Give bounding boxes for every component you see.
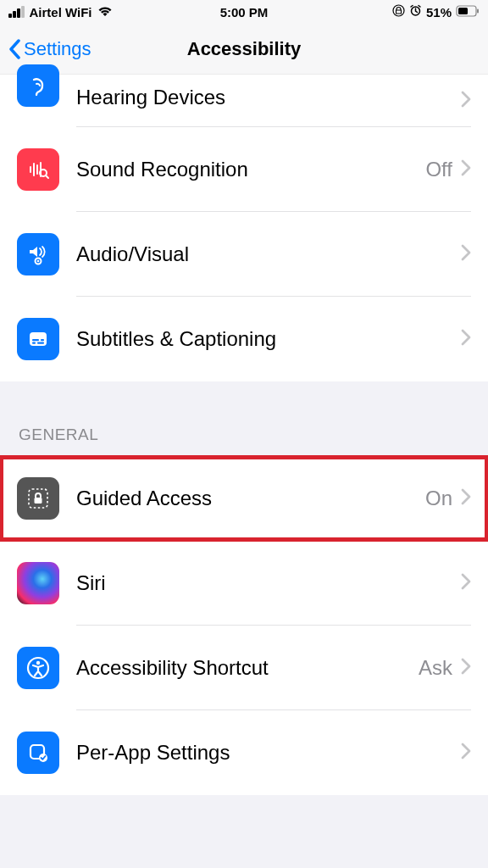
settings-list: Hearing Devices Sound Recognition Off xyxy=(0,75,488,812)
row-sound-recognition[interactable]: Sound Recognition Off xyxy=(0,127,488,212)
row-label: Accessibility Shortcut xyxy=(76,656,419,680)
section-header-general: GENERAL xyxy=(0,381,488,456)
svg-rect-15 xyxy=(41,339,44,341)
nav-bar: Settings Accessibility xyxy=(0,24,488,75)
svg-rect-17 xyxy=(37,342,44,344)
svg-rect-3 xyxy=(458,8,468,14)
chevron-right-icon xyxy=(461,573,471,593)
audio-visual-icon xyxy=(17,233,59,275)
battery-percent: 51% xyxy=(426,5,452,19)
chevron-right-icon xyxy=(461,91,471,111)
wifi-icon xyxy=(97,5,113,19)
row-label: Siri xyxy=(76,571,461,595)
row-value: On xyxy=(425,487,452,510)
svg-rect-19 xyxy=(35,498,42,504)
chevron-right-icon xyxy=(461,329,471,349)
battery-icon xyxy=(456,5,480,19)
cellular-signal-icon xyxy=(8,6,25,18)
chevron-right-icon xyxy=(461,743,471,763)
svg-point-21 xyxy=(36,661,40,665)
orientation-lock-icon xyxy=(392,4,405,19)
hearing-devices-icon xyxy=(17,64,59,107)
row-label: Per-App Settings xyxy=(76,741,461,765)
row-accessibility-shortcut[interactable]: Accessibility Shortcut Ask xyxy=(0,626,488,710)
siri-icon xyxy=(17,562,59,604)
chevron-right-icon xyxy=(461,488,471,509)
guided-access-icon xyxy=(17,477,59,520)
alarm-icon xyxy=(409,4,422,19)
back-button[interactable]: Settings xyxy=(8,38,92,60)
hearing-group: Hearing Devices Sound Recognition Off xyxy=(0,75,488,381)
row-value: Ask xyxy=(419,656,452,680)
row-siri[interactable]: Siri xyxy=(0,541,488,626)
back-label: Settings xyxy=(24,38,92,60)
status-bar: Airtel WiFi 5:00 PM 51% xyxy=(0,0,488,24)
svg-line-10 xyxy=(46,175,48,178)
chevron-right-icon xyxy=(461,244,471,264)
sound-recognition-icon xyxy=(17,148,59,191)
svg-rect-16 xyxy=(32,342,36,344)
svg-rect-14 xyxy=(32,339,39,341)
row-value: Off xyxy=(425,158,452,181)
chevron-right-icon xyxy=(461,159,471,180)
row-per-app-settings[interactable]: Per-App Settings xyxy=(0,710,488,795)
row-label: Sound Recognition xyxy=(76,158,425,181)
row-audio-visual[interactable]: Audio/Visual xyxy=(0,212,488,297)
row-label: Hearing Devices xyxy=(76,86,461,109)
row-label: Subtitles & Captioning xyxy=(76,327,461,351)
per-app-settings-icon xyxy=(17,732,59,774)
row-guided-access[interactable]: Guided Access On xyxy=(0,456,488,541)
page-title: Accessibility xyxy=(187,38,302,60)
general-group: Guided Access On Siri Accessibility Sh xyxy=(0,456,488,795)
chevron-right-icon xyxy=(461,658,471,678)
chevron-left-icon xyxy=(8,39,22,59)
subtitles-icon xyxy=(17,318,59,360)
accessibility-shortcut-icon xyxy=(17,647,59,689)
svg-rect-4 xyxy=(477,8,479,13)
clock: 5:00 PM xyxy=(220,5,269,19)
row-label: Audio/Visual xyxy=(76,242,461,266)
row-subtitles-captioning[interactable]: Subtitles & Captioning xyxy=(0,297,488,381)
row-label: Guided Access xyxy=(76,487,425,510)
row-hearing-devices[interactable]: Hearing Devices xyxy=(0,75,488,127)
carrier-label: Airtel WiFi xyxy=(30,5,92,19)
svg-point-12 xyxy=(37,260,40,263)
